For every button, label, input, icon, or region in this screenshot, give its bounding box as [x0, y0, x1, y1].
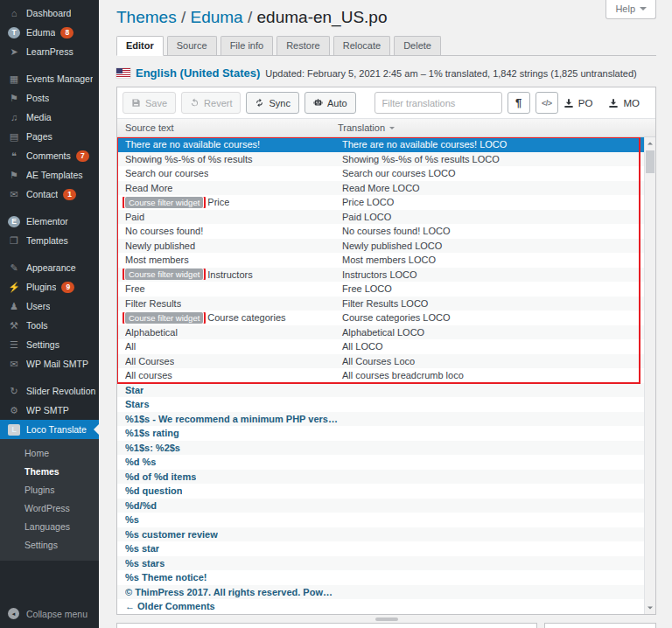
- save-button[interactable]: Save: [122, 92, 176, 114]
- translation-cell: All Courses Loco: [338, 356, 644, 366]
- sidebar-item-learnpress[interactable]: ➤LearnPress: [0, 42, 99, 61]
- table-row[interactable]: %s stars: [117, 556, 644, 571]
- table-row[interactable]: %d of %d items: [117, 470, 644, 485]
- sidebar-item-comments[interactable]: ❝Comments7: [0, 146, 99, 165]
- download-mo-button[interactable]: MO: [608, 98, 640, 108]
- table-row[interactable]: %d/%d: [117, 499, 644, 513]
- table-row[interactable]: %s star: [117, 541, 644, 556]
- sidebar-item-label: Pages: [26, 130, 52, 143]
- table-row[interactable]: Course filter widgetInstructorsInstructo…: [117, 268, 644, 283]
- sidebar-item-eduma[interactable]: TEduma8: [0, 23, 99, 42]
- submenu-item-themes[interactable]: Themes: [0, 462, 99, 480]
- table-row[interactable]: Read MoreRead More LOCO: [117, 181, 644, 196]
- sidebar-item-label: Posts: [26, 92, 49, 104]
- source-text: %s: [125, 514, 139, 525]
- column-header-source[interactable]: Source text: [117, 122, 338, 133]
- submenu-item-settings[interactable]: Settings: [0, 535, 99, 554]
- scroll-down-button[interactable]: [645, 602, 655, 614]
- sidebar-item-ae-templates[interactable]: ⚑AE Templates: [0, 165, 99, 185]
- table-row[interactable]: Star: [117, 383, 644, 398]
- sidebar-item-slider-revolution[interactable]: ↻Slider Revolution: [0, 381, 99, 401]
- source-text: Search our courses: [125, 168, 208, 178]
- table-row[interactable]: ← Older Comments: [117, 599, 644, 614]
- sidebar-item-plugins[interactable]: ⚡Plugins9: [0, 277, 99, 297]
- sidebar-item-tools[interactable]: ⚒Tools: [0, 316, 99, 335]
- submenu-item-plugins[interactable]: Plugins: [0, 480, 99, 499]
- table-row[interactable]: %s Theme notice!: [117, 570, 644, 585]
- table-row[interactable]: Search our coursesSearch our courses LOC…: [117, 166, 644, 181]
- download-po-button[interactable]: PO: [564, 98, 593, 108]
- side-editing-pane[interactable]: [544, 623, 656, 628]
- sidebar-item-appearance[interactable]: ✎Appearance: [0, 258, 99, 277]
- table-row[interactable]: Stars: [117, 397, 644, 412]
- sync-button[interactable]: Sync: [246, 92, 298, 114]
- table-row[interactable]: No courses found!No courses found! LOCO: [117, 224, 644, 239]
- submenu-item-languages[interactable]: Languages: [0, 517, 99, 535]
- table-row[interactable]: %d question: [117, 484, 644, 499]
- table-row[interactable]: Newly publishedNewly published LOCO: [117, 239, 644, 254]
- table-row[interactable]: © ThimPress 2017. All rights reserved. P…: [117, 585, 644, 600]
- sidebar-item-wp-mail-smtp[interactable]: ✉WP Mail SMTP: [0, 354, 99, 373]
- table-row[interactable]: Filter ResultsFilter Results LOCO: [117, 297, 644, 311]
- tab-source[interactable]: Source: [167, 36, 217, 55]
- table-row[interactable]: Showing %s-%s of %s resultsShowing %s-%s…: [117, 152, 644, 167]
- code-view-button[interactable]: </>: [536, 92, 558, 114]
- vertical-scrollbar[interactable]: [644, 137, 655, 614]
- help-button[interactable]: Help: [606, 0, 656, 19]
- table-row[interactable]: All coursesAll courses breadcrumb loco: [117, 368, 644, 383]
- learnpress-icon: ➤: [8, 45, 20, 58]
- sidebar-item-wp-smtp[interactable]: ⚙WP SMTP: [0, 401, 99, 420]
- auto-translate-button[interactable]: Auto: [304, 92, 356, 114]
- table-row[interactable]: Most membersMost members LOCO: [117, 253, 644, 268]
- table-row[interactable]: %1$s rating: [117, 426, 644, 441]
- sidebar-item-dashboard[interactable]: ⌂Dashboard: [0, 3, 99, 23]
- source-text: Instructors: [207, 269, 252, 280]
- submenu-item-wordpress[interactable]: WordPress: [0, 499, 99, 517]
- sidebar-item-posts[interactable]: ⚑Posts: [0, 88, 99, 108]
- column-header-translation[interactable]: Translation: [338, 122, 655, 133]
- wordpress-admin: ⌂DashboardTEduma8➤LearnPress▦Events Mana…: [0, 0, 672, 628]
- table-row[interactable]: All CoursesAll Courses Loco: [117, 354, 644, 369]
- table-row[interactable]: %s: [117, 513, 644, 527]
- sidebar-item-loco-translate[interactable]: LLoco Translate: [0, 420, 99, 439]
- breadcrumb-eduma[interactable]: Eduma: [190, 8, 242, 26]
- table-row[interactable]: AllAll LOCO: [117, 339, 644, 354]
- count-badge: 7: [76, 150, 89, 162]
- source-editing-pane[interactable]: [116, 623, 537, 628]
- sidebar-item-label: Loco Translate: [26, 423, 87, 436]
- scrollbar-thumb[interactable]: [646, 150, 654, 173]
- table-row[interactable]: %1$s: %2$s: [117, 441, 644, 456]
- table-row[interactable]: %d %s: [117, 455, 644, 470]
- sidebar-item-contact[interactable]: ✉Contact1: [0, 185, 99, 204]
- table-row[interactable]: %s customer review: [117, 527, 644, 542]
- sidebar-item-pages[interactable]: ▤Pages: [0, 127, 99, 146]
- table-row[interactable]: AlphabeticalAlphabetical LOCO: [117, 325, 644, 340]
- sidebar-item-settings[interactable]: ☰Settings: [0, 335, 99, 354]
- filter-translations-input[interactable]: [374, 92, 502, 114]
- table-row[interactable]: There are no available courses!There are…: [117, 137, 644, 152]
- tab-file-info[interactable]: File info: [220, 36, 274, 55]
- revert-button[interactable]: Revert: [181, 92, 241, 114]
- submenu-item-home[interactable]: Home: [0, 443, 99, 462]
- sidebar-item-users[interactable]: ♟Users: [0, 297, 99, 316]
- tab-restore[interactable]: Restore: [276, 36, 330, 55]
- source-cell: Free: [117, 283, 338, 294]
- po-label: PO: [578, 98, 593, 108]
- table-row[interactable]: FreeFree LOCO: [117, 282, 644, 297]
- show-invisibles-button[interactable]: ¶: [508, 92, 530, 114]
- sidebar-item-media[interactable]: ♫Media: [0, 108, 99, 127]
- tab-editor[interactable]: Editor: [116, 36, 164, 56]
- sidebar-item-templates[interactable]: ❐Templates: [0, 231, 99, 250]
- breadcrumb-themes[interactable]: Themes: [116, 8, 177, 26]
- collapse-menu-button[interactable]: ◂ Collapse menu: [0, 604, 99, 624]
- sidebar-item-events-manager[interactable]: ▦Events Manager: [0, 69, 99, 88]
- sidebar-item-elementor[interactable]: EElementor: [0, 212, 99, 231]
- scroll-up-button[interactable]: [645, 137, 655, 150]
- tab-delete[interactable]: Delete: [394, 36, 441, 55]
- table-row[interactable]: %1$s - We recommend a minimum PHP versio…: [117, 412, 644, 427]
- table-row[interactable]: Course filter widgetCourse categoriesCou…: [117, 311, 644, 325]
- table-row[interactable]: PaidPaid LOCO: [117, 210, 644, 225]
- tab-relocate[interactable]: Relocate: [333, 36, 390, 55]
- pane-splitter[interactable]: [116, 615, 656, 623]
- table-row[interactable]: Course filter widgetPricePrice LOCO: [117, 195, 644, 210]
